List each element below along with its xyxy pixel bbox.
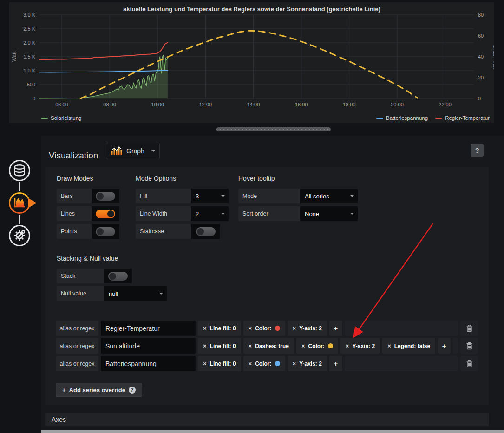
override-tag-legend[interactable]: × Legend: false xyxy=(382,338,435,354)
legend-item-batteriespannung[interactable]: Batteriespannung xyxy=(376,115,428,121)
panel-resize-handle[interactable] xyxy=(216,127,331,131)
plus-icon: + xyxy=(62,387,66,394)
group-heading: Hover tooltip xyxy=(238,174,358,183)
svg-text:22:00: 22:00 xyxy=(439,102,452,107)
legend-label: Solarleistung xyxy=(51,115,81,121)
override-tag-line-fill[interactable]: × Line fill: 0 xyxy=(198,338,241,354)
line-width-select[interactable]: 2 xyxy=(191,206,229,221)
svg-text:40: 40 xyxy=(478,54,484,59)
axes-section-header[interactable]: Axes xyxy=(45,413,489,426)
legend-item-regler-temperatur[interactable]: Regler-Temperatur xyxy=(435,115,490,121)
alias-input[interactable] xyxy=(101,338,196,354)
svg-text:2.5 K: 2.5 K xyxy=(23,26,35,32)
remove-icon: × xyxy=(203,342,207,349)
points-toggle[interactable] xyxy=(92,224,119,239)
fill-label: Fill xyxy=(136,189,191,203)
override-row-regler-temperatur: alias or regex × Line fill: 0 × Color: ×… xyxy=(56,321,478,336)
svg-text:10:00: 10:00 xyxy=(151,102,164,107)
legend-item-solarleistung[interactable]: Solarleistung xyxy=(41,115,81,121)
delete-override-button[interactable] xyxy=(460,338,478,354)
viz-type-picker[interactable]: Graph xyxy=(106,143,160,159)
add-override-option-button[interactable]: + xyxy=(329,321,342,336)
tab-connector xyxy=(19,215,20,224)
tab-general[interactable] xyxy=(8,224,31,247)
staircase-toggle[interactable] xyxy=(191,224,220,239)
horizontal-scrollbar[interactable] xyxy=(41,430,504,433)
legend-label: Regler-Temperatur xyxy=(445,115,490,121)
lines-toggle[interactable] xyxy=(92,206,119,221)
database-icon xyxy=(8,159,31,182)
bars-toggle[interactable] xyxy=(92,189,119,203)
legend-right-group: Batteriespannung Regler-Temperatur xyxy=(376,115,490,121)
alias-input[interactable] xyxy=(101,321,196,336)
stack-toggle[interactable] xyxy=(104,269,132,283)
svg-text:0: 0 xyxy=(33,96,35,101)
alias-label: alias or regex xyxy=(56,338,98,354)
svg-text:20: 20 xyxy=(478,75,484,80)
tab-connector xyxy=(19,182,20,191)
group-heading: Stacking & Null value xyxy=(57,254,167,263)
alias-input[interactable] xyxy=(101,356,196,371)
svg-text:20:00: 20:00 xyxy=(391,102,404,107)
override-tag-y-axis[interactable]: × Y-axis: 2 xyxy=(340,338,380,354)
stacking-group: Stacking & Null value Stack Null value n… xyxy=(57,254,167,304)
svg-text:Watt: Watt xyxy=(11,52,17,62)
override-tag-y-axis[interactable]: × Y-axis: 2 xyxy=(288,321,327,336)
trash-icon xyxy=(466,324,473,332)
tooltip-mode-select[interactable]: All series xyxy=(300,189,358,203)
remove-icon: × xyxy=(301,342,305,349)
add-override-option-button[interactable]: + xyxy=(329,356,342,371)
graph-panel: 0 500 1.0 K 1.5 K 2.0 K 2.5 K 3.0 K 06:0… xyxy=(9,2,494,123)
sort-order-select[interactable]: None xyxy=(300,206,358,221)
tab-visualization[interactable] xyxy=(8,191,38,215)
override-tag-dashes[interactable]: × Dashes: true xyxy=(243,338,294,354)
remove-icon: × xyxy=(346,342,349,349)
gear-wrench-icon xyxy=(8,224,31,247)
lines-label: Lines xyxy=(57,206,92,221)
override-tag-line-fill[interactable]: × Line fill: 0 xyxy=(198,321,241,336)
trash-icon xyxy=(466,342,473,350)
svg-text:14:00: 14:00 xyxy=(247,102,260,107)
add-override-option-button[interactable]: + xyxy=(438,338,451,354)
hover-tooltip-group: Hover tooltip Mode All series Sort order… xyxy=(238,174,358,224)
remove-icon: × xyxy=(293,360,296,367)
override-tag-color[interactable]: × Color: xyxy=(243,321,285,336)
remove-icon: × xyxy=(203,325,207,332)
remove-icon: × xyxy=(249,360,252,367)
group-heading: Draw Modes xyxy=(57,174,119,183)
svg-text:1.5 K: 1.5 K xyxy=(23,54,35,59)
editor-tab-strip xyxy=(8,159,40,247)
alias-label: alias or regex xyxy=(56,321,98,336)
bar-chart-icon xyxy=(111,146,123,156)
override-tag-line-fill[interactable]: × Line fill: 0 xyxy=(198,356,241,371)
null-value-select[interactable]: null xyxy=(104,286,167,301)
tooltip-mode-label: Mode xyxy=(238,189,300,203)
legend-swatch xyxy=(41,118,48,119)
override-tag-color[interactable]: × Color: xyxy=(243,356,285,371)
delete-override-button[interactable] xyxy=(460,356,478,371)
graph-icon xyxy=(8,191,38,215)
row-filler xyxy=(345,321,458,336)
draw-modes-group: Draw Modes Bars Lines Points xyxy=(57,174,119,242)
chevron-down-icon xyxy=(350,213,354,215)
sort-order-label: Sort order xyxy=(238,206,300,221)
help-button[interactable]: ? xyxy=(471,144,484,157)
override-tag-y-axis[interactable]: × Y-axis: 2 xyxy=(288,356,327,371)
fill-select[interactable]: 3 xyxy=(191,189,229,203)
override-tag-color[interactable]: × Color: xyxy=(296,338,338,354)
svg-text:0: 0 xyxy=(478,96,481,101)
chevron-down-icon xyxy=(221,213,225,215)
line-width-label: Line Width xyxy=(136,206,191,221)
null-value-label: Null value xyxy=(57,286,104,301)
svg-text:1.0 K: 1.0 K xyxy=(23,68,35,73)
svg-text:Grad / Volt: Grad / Volt xyxy=(492,45,494,69)
tab-queries[interactable] xyxy=(8,159,31,182)
add-series-override-button[interactable]: + Add series override ? xyxy=(56,383,142,397)
remove-icon: × xyxy=(387,342,391,349)
stack-label: Stack xyxy=(57,269,104,283)
graph-plot: 0 500 1.0 K 1.5 K 2.0 K 2.5 K 3.0 K 06:0… xyxy=(9,2,494,123)
svg-text:16:00: 16:00 xyxy=(295,102,308,107)
svg-text:06:00: 06:00 xyxy=(55,102,68,107)
delete-override-button[interactable] xyxy=(460,321,478,336)
color-dot xyxy=(275,326,280,331)
